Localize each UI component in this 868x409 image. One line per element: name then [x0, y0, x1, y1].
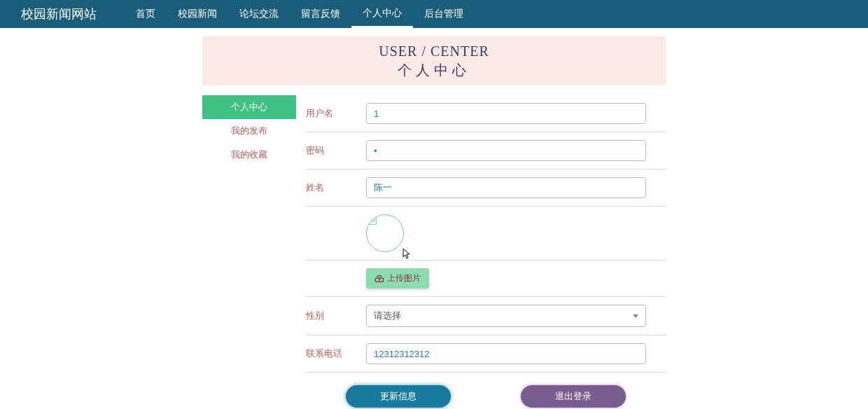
label-password: 密码 — [306, 144, 366, 157]
label-name: 姓名 — [306, 181, 366, 194]
nav-item-3[interactable]: 留言反馈 — [290, 0, 351, 28]
sidebar-item-1[interactable]: 我的发布 — [202, 119, 296, 143]
sidebar-item-0[interactable]: 个人中心 — [202, 95, 296, 119]
page-banner: USER / CENTER 个人中心 — [202, 36, 666, 85]
select-gender-placeholder: 请选择 — [374, 310, 633, 322]
content-wrapper: 个人中心我的发布我的收藏 用户名 密码 姓名 — [202, 95, 666, 409]
nav-item-5[interactable]: 后台管理 — [413, 0, 475, 28]
top-navbar: 校园新闻网站 首页校园新闻论坛交流留言反馈个人中心后台管理 — [0, 0, 868, 28]
site-brand: 校园新闻网站 — [21, 6, 97, 22]
row-phone: 联系电话 — [306, 335, 666, 373]
cloud-upload-icon — [374, 275, 384, 283]
input-name[interactable] — [366, 177, 646, 198]
avatar-preview[interactable] — [366, 214, 404, 252]
sidebar-item-2[interactable]: 我的收藏 — [202, 143, 296, 167]
row-name: 姓名 — [306, 169, 666, 207]
nav-items: 首页校园新闻论坛交流留言反馈个人中心后台管理 — [125, 0, 475, 28]
nav-item-1[interactable]: 校园新闻 — [167, 0, 228, 28]
input-phone[interactable] — [366, 343, 646, 364]
row-upload: 上传图片 — [306, 261, 666, 297]
profile-form: 用户名 密码 姓名 — [306, 95, 666, 409]
label-phone: 联系电话 — [306, 347, 366, 360]
cursor-icon — [402, 248, 412, 261]
nav-item-2[interactable]: 论坛交流 — [228, 0, 290, 28]
logout-button[interactable]: 退出登录 — [521, 385, 626, 408]
label-username: 用户名 — [306, 107, 366, 120]
row-username: 用户名 — [306, 95, 666, 132]
input-username[interactable] — [366, 103, 646, 124]
banner-title-cn: 个人中心 — [202, 61, 666, 80]
upload-label: 上传图片 — [387, 272, 421, 284]
button-row: 更新信息 退出登录 — [306, 385, 666, 409]
nav-item-0[interactable]: 首页 — [125, 0, 167, 28]
banner-title-en: USER / CENTER — [202, 43, 666, 60]
row-password: 密码 — [306, 132, 666, 169]
broken-image-icon — [368, 216, 377, 225]
select-gender[interactable]: 请选择 — [366, 305, 646, 327]
nav-item-4[interactable]: 个人中心 — [351, 0, 413, 28]
row-avatar — [306, 207, 666, 261]
chevron-down-icon — [633, 314, 638, 318]
upload-image-button[interactable]: 上传图片 — [366, 268, 429, 289]
sidebar: 个人中心我的发布我的收藏 — [202, 95, 296, 409]
label-gender: 性别 — [306, 310, 366, 322]
input-password[interactable] — [366, 140, 646, 161]
update-button[interactable]: 更新信息 — [346, 385, 451, 408]
row-gender: 性别 请选择 — [306, 297, 666, 335]
